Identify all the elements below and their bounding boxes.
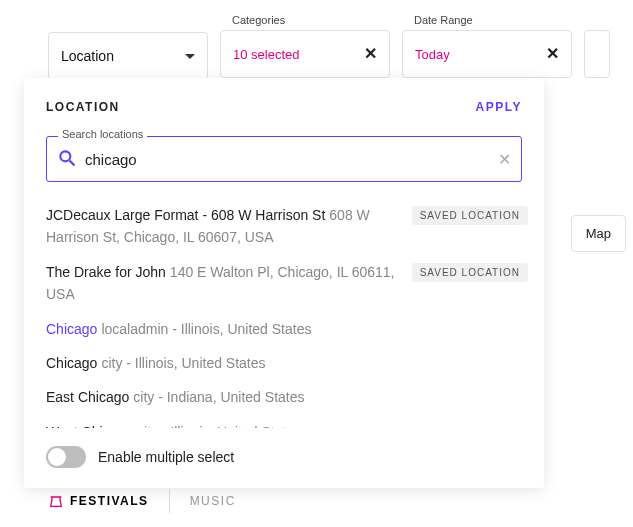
result-item[interactable]: JCDecaux Large Format - 608 W Harrison S… — [46, 198, 528, 255]
category-tabs: FESTIVALS MUSIC — [48, 489, 236, 513]
result-name: Chicago — [46, 355, 97, 371]
tab-festivals[interactable]: FESTIVALS — [48, 493, 149, 509]
result-detail: localadmin - Illinois, United States — [101, 321, 311, 337]
result-item[interactable]: Chicagocity - Illinois, United States — [46, 346, 528, 380]
result-item[interactable]: The Drake for John140 E Walton Pl, Chica… — [46, 255, 528, 312]
location-panel: LOCATION APPLY Search locations ✕ JCDeca… — [24, 78, 544, 488]
festival-icon — [48, 493, 64, 509]
result-name: West Chicago — [46, 424, 133, 428]
daterange-filter[interactable]: Today ✕ — [402, 30, 572, 78]
categories-value: 10 selected — [233, 47, 300, 62]
apply-button[interactable]: APPLY — [476, 100, 522, 114]
results-list[interactable]: JCDecaux Large Format - 608 W Harrison S… — [24, 198, 544, 428]
clear-icon[interactable]: ✕ — [498, 150, 511, 169]
result-detail: city - Indiana, United States — [133, 389, 304, 405]
divider — [169, 489, 170, 513]
result-name: JCDecaux Large Format - 608 W Harrison S… — [46, 207, 325, 223]
result-item[interactable]: Chicagolocaladmin - Illinois, United Sta… — [46, 312, 528, 346]
result-name: The Drake for John — [46, 264, 166, 280]
map-button[interactable]: Map — [571, 215, 626, 252]
tab-music[interactable]: MUSIC — [190, 494, 236, 508]
svg-line-1 — [70, 160, 75, 165]
svg-point-0 — [60, 151, 70, 161]
result-name: East Chicago — [46, 389, 129, 405]
search-icon — [57, 148, 77, 171]
panel-title: LOCATION — [46, 100, 120, 114]
multi-select-label: Enable multiple select — [98, 449, 234, 465]
saved-badge: SAVED LOCATION — [412, 206, 528, 225]
daterange-value: Today — [415, 47, 450, 62]
search-box: ✕ — [46, 136, 522, 182]
result-detail: city - Illinois, United States — [137, 424, 301, 428]
chevron-down-icon — [185, 54, 195, 59]
result-detail: city - Illinois, United States — [101, 355, 265, 371]
result-item[interactable]: East Chicagocity - Indiana, United State… — [46, 380, 528, 414]
location-filter-label: Location — [61, 48, 114, 64]
extra-filter-stub[interactable] — [584, 30, 610, 78]
filter-bar: Location Categories 10 selected ✕ Date R… — [0, 0, 633, 80]
close-icon[interactable]: ✕ — [364, 46, 377, 62]
search-input[interactable] — [85, 151, 490, 168]
saved-badge: SAVED LOCATION — [412, 263, 528, 282]
location-filter[interactable]: Location — [48, 32, 208, 80]
result-item[interactable]: West Chicagocity - Illinois, United Stat… — [46, 415, 528, 428]
multi-select-toggle[interactable] — [46, 446, 86, 468]
result-name: Chicago — [46, 321, 97, 337]
daterange-header: Date Range — [414, 14, 572, 26]
close-icon[interactable]: ✕ — [546, 46, 559, 62]
categories-header: Categories — [232, 14, 390, 26]
search-label: Search locations — [58, 128, 147, 140]
categories-filter[interactable]: 10 selected ✕ — [220, 30, 390, 78]
